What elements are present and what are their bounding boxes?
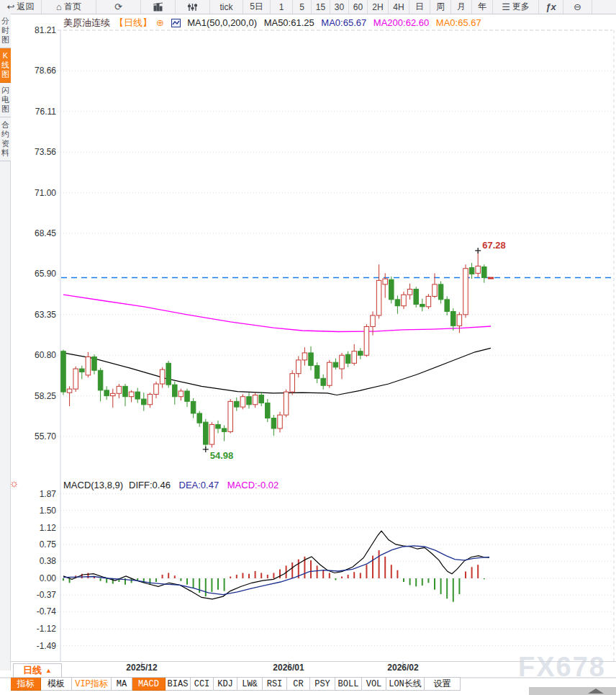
- expand-circle-icon[interactable]: ⊕: [156, 17, 164, 28]
- toolbar-button-1min[interactable]: 1: [271, 0, 293, 14]
- triangle-up-icon: ▲: [45, 667, 52, 674]
- indicator-tab-rsi[interactable]: RSI: [263, 678, 287, 691]
- macd-y-tick: -0.37: [14, 590, 56, 600]
- ma0-blue-value: MA0:65.67: [321, 17, 366, 28]
- macd-y-tick: 1.12: [14, 523, 56, 533]
- back-icon: ↩: [7, 2, 15, 12]
- ma-chart-icon[interactable]: [171, 19, 181, 30]
- main-y-tick: 55.70: [14, 431, 56, 441]
- x-axis-date-label: 2026/01: [273, 663, 304, 673]
- macd-diff-value: DIFF:0.46: [129, 480, 171, 490]
- indicator-tab-cr[interactable]: CR: [287, 678, 310, 691]
- macd-header: MACD(13,8,9)DIFF:0.46 DEA:0.47 MACD:-0.0…: [63, 480, 284, 490]
- indicator-tab-boll[interactable]: BOLL: [335, 678, 362, 691]
- macd-y-tick: -0.74: [14, 606, 56, 616]
- toolbar-button-more[interactable]: ☰更多: [493, 0, 539, 14]
- sidebar-item-contract-info[interactable]: 合约资料: [0, 117, 11, 161]
- main-y-tick: 58.25: [14, 391, 56, 401]
- svg-text:54.98: 54.98: [210, 450, 234, 461]
- period-select-button[interactable]: 日线 ▲: [13, 663, 62, 678]
- candle-chart-icon: [153, 2, 164, 12]
- price-chart-canvas[interactable]: 67.2854.98: [0, 0, 616, 695]
- main-y-tick: 78.66: [14, 66, 56, 76]
- toolbar-button-label: 5日: [250, 1, 263, 13]
- macd-y-tick: -1.49: [14, 641, 56, 651]
- indicator-tab-template[interactable]: 模板: [41, 678, 72, 691]
- main-y-tick: 76.11: [14, 107, 56, 117]
- chart-type-sidebar: 分时图K线图闪电图合约资料: [0, 14, 11, 671]
- toolbar-button-tick[interactable]: tick: [210, 0, 243, 14]
- toolbar-button-label: 返回: [17, 1, 34, 13]
- toolbar-button-year[interactable]: 年: [472, 0, 493, 14]
- sidebar-item-kline-chart[interactable]: K线图: [0, 48, 11, 83]
- toolbar-button-label: 周: [436, 1, 445, 13]
- svg-text:67.28: 67.28: [482, 240, 506, 251]
- x-axis-date-label: 2026/02: [387, 663, 418, 673]
- toolbar-button-5d[interactable]: 5日: [243, 0, 271, 14]
- toolbar-button-label: 5: [299, 2, 304, 12]
- main-y-tick: 68.45: [14, 228, 56, 238]
- indicator-tab-vip-indicator[interactable]: VIP指标: [72, 678, 112, 691]
- macd-title: MACD(13,8,9): [63, 480, 123, 490]
- indicator-tabbar: 指标模板VIP指标MAMACDBIASCCIKDJLW&RSICRPSYBOLL…: [11, 677, 461, 691]
- main-y-tick: 73.56: [14, 147, 56, 157]
- symbol-name: 美原油连续: [63, 17, 110, 28]
- refresh-icon: ⟳: [114, 2, 122, 12]
- toolbar-button-indicator-settings[interactable]: [176, 0, 210, 14]
- period-tag: 【日线】: [114, 17, 152, 28]
- indicator-tab-psy[interactable]: PSY: [310, 678, 335, 691]
- menu-icon: ☰: [502, 2, 510, 12]
- toolbar-button-zoom-out[interactable]: ⊖: [563, 0, 592, 14]
- main-y-tick: 71.00: [14, 188, 56, 198]
- triangle-up-icon: [588, 689, 604, 694]
- main-y-tick: 65.90: [14, 269, 56, 279]
- indicator-tab-ma[interactable]: MA: [112, 678, 132, 691]
- fx678-chart-app: { "accent_color": "#ff6600", "toolbar": …: [0, 0, 616, 695]
- sidebar-item-time-chart[interactable]: 分时图: [0, 14, 11, 48]
- indicator-tab-cci[interactable]: CCI: [191, 678, 214, 691]
- toolbar-button-fx[interactable]: ƒx: [539, 0, 563, 14]
- toolbar-button-label: 4H: [393, 2, 404, 12]
- toolbar-button-month[interactable]: 月: [451, 0, 472, 14]
- macd-settings-icon[interactable]: ☼: [9, 477, 19, 489]
- macd-y-tick: -1.12: [14, 624, 56, 634]
- toolbar-button-chart-type[interactable]: [141, 0, 176, 14]
- indicator-tab-lwr[interactable]: LW&: [237, 678, 263, 691]
- indicator-tab-macd[interactable]: MACD: [132, 678, 166, 691]
- toolbar-button-2h[interactable]: 2H: [368, 0, 389, 14]
- indicator-tab-lon[interactable]: LON长线: [386, 678, 425, 691]
- toolbar-button-label: tick: [220, 2, 233, 12]
- indicator-tab-vol[interactable]: VOL: [362, 678, 386, 691]
- indicator-tab-bias[interactable]: BIAS: [166, 678, 191, 691]
- toolbar-button-day[interactable]: 日: [409, 0, 430, 14]
- macd-y-tick: 0.75: [14, 539, 56, 550]
- ma50-value: MA50:61.25: [264, 17, 314, 28]
- toolbar-button-label: 1: [279, 2, 284, 12]
- toolbar-button-week[interactable]: 周: [430, 0, 451, 14]
- indicator-tab-indicator[interactable]: 指标: [11, 678, 41, 691]
- macd-dea-value: DEA:0.47: [179, 480, 219, 490]
- sliders-icon: [187, 3, 198, 12]
- toolbar-button-label: 15: [316, 2, 325, 12]
- indicator-tab-settings[interactable]: 设置: [425, 678, 461, 691]
- macd-y-tick: 0.00: [14, 573, 56, 583]
- toolbar-button-15min[interactable]: 15: [312, 0, 330, 14]
- main-y-tick: 60.80: [14, 350, 56, 360]
- toolbar-button-back[interactable]: ↩返回: [0, 0, 42, 14]
- toolbar-button-home[interactable]: ⌂首页: [42, 0, 96, 14]
- panel-collapse-bar[interactable]: [529, 687, 616, 695]
- ma200-value: MA200:62.60: [373, 17, 429, 28]
- main-y-tick: 63.35: [14, 310, 56, 320]
- sidebar-item-lightning-chart[interactable]: 闪电图: [0, 83, 11, 117]
- toolbar-button-30min[interactable]: 30: [330, 0, 349, 14]
- macd-y-tick: 1.87: [14, 489, 56, 499]
- indicator-tab-kdj[interactable]: KDJ: [214, 678, 237, 691]
- x-axis-date-label: 2025/12: [126, 663, 157, 673]
- toolbar-button-4h[interactable]: 4H: [389, 0, 409, 14]
- toolbar-button-60min[interactable]: 60: [349, 0, 368, 14]
- main-y-tick: 81.21: [14, 25, 56, 35]
- toolbar-button-refresh[interactable]: ⟳: [96, 0, 141, 14]
- home-icon: ⌂: [56, 2, 62, 12]
- toolbar-button-label: 首页: [64, 1, 81, 13]
- toolbar-button-5min[interactable]: 5: [293, 0, 312, 14]
